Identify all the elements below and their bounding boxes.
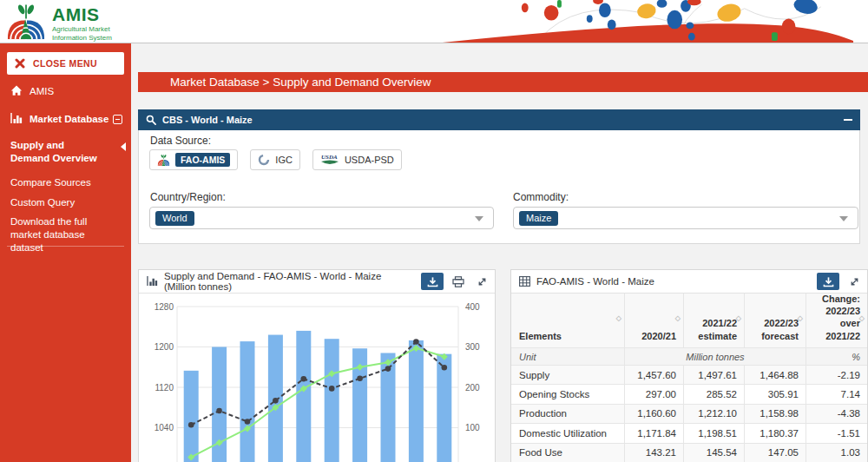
download-icon <box>427 276 438 287</box>
table-row: Opening Stocks 297.00 285.52 305.91 7.14 <box>511 384 867 403</box>
chevron-down-icon <box>475 216 483 221</box>
svg-text:400: 400 <box>465 302 480 312</box>
value-cell: 285.52 <box>683 385 744 403</box>
source-button-usda-psd[interactable]: USDA USDA-PSD <box>312 149 402 170</box>
column-header-change[interactable]: Change: 2022/23 over 2021/22◇ <box>806 294 867 347</box>
value-cell: 1,180.37 <box>744 424 806 442</box>
chart-download-button[interactable] <box>421 273 444 290</box>
commodity-label: Commodity: <box>513 191 569 203</box>
table-expand-button[interactable] <box>845 273 863 290</box>
sidebar-item-market-database[interactable]: Market Database <box>0 113 131 126</box>
element-cell: Production <box>511 405 624 423</box>
svg-text:1040: 1040 <box>155 423 174 432</box>
filter-panel-title: CBS - World - Maize <box>162 115 838 125</box>
amis-logo[interactable]: AMIS Agricultural Market Information Sys… <box>6 2 112 43</box>
table-row: Supply 1,457.60 1,497.61 1,464.88 -2.19 <box>511 365 867 384</box>
column-header-label: 2021/22 estimate <box>698 317 737 342</box>
value-cell: -1.51 <box>806 424 867 442</box>
sidebar-item-download-dataset[interactable]: Download the full market database datase… <box>0 215 131 254</box>
source-button-igc[interactable]: IGC <box>250 149 300 170</box>
table-panel: FAO-AMIS - World - Maize Elements◇ 2 <box>510 269 868 462</box>
value-cell: 145.54 <box>683 444 744 462</box>
bar-chart-icon <box>10 113 23 124</box>
column-header-2020-21[interactable]: 2020/21◇ <box>624 294 683 347</box>
chart-expand-button[interactable] <box>473 273 490 290</box>
column-header-label: 2022/23 forecast <box>761 317 799 342</box>
sort-icon: ◇ <box>675 314 681 323</box>
country-region-select[interactable]: World <box>149 207 494 229</box>
igc-globe-icon <box>258 154 270 166</box>
expand-icon <box>477 276 488 287</box>
table-download-button[interactable] <box>817 273 839 290</box>
source-button-fao-amis[interactable]: FAO-AMIS <box>149 149 238 170</box>
sidebar-item-label: Custom Query <box>10 196 87 209</box>
element-cell: Opening Stocks <box>511 385 624 403</box>
sort-icon: ◇ <box>616 314 621 323</box>
value-cell: 1,160.60 <box>624 405 683 423</box>
supply-demand-table: Elements◇ 2020/21◇ 2021/22 estimate◇ 202… <box>511 294 867 462</box>
commodity-select[interactable]: Maize <box>513 207 858 229</box>
svg-text:1280: 1280 <box>155 302 174 312</box>
value-cell: 143.21 <box>624 444 683 462</box>
table-icon <box>519 276 530 287</box>
table-row: Production 1,160.60 1,212.10 1,158.98 -4… <box>511 404 867 423</box>
filter-panel: CBS - World - Maize Data Source: FAO-AMI… <box>138 109 860 244</box>
close-icon <box>15 58 25 69</box>
banner-decoration <box>417 0 868 43</box>
value-cell: 1,212.10 <box>683 405 744 423</box>
svg-text:USDA: USDA <box>321 154 338 161</box>
sidebar-item-amis[interactable]: AMIS <box>0 85 131 98</box>
download-icon <box>823 276 834 287</box>
data-source-label: Data Source: <box>150 135 211 147</box>
unit-value: Million tonnes <box>624 348 806 365</box>
table-title: FAO-AMIS - World - Maize <box>536 276 811 287</box>
value-cell: 147.05 <box>744 444 806 462</box>
logo-title: AMIS <box>52 4 112 25</box>
column-header-2021-22[interactable]: 2021/22 estimate◇ <box>683 294 744 347</box>
value-cell: -4.38 <box>806 405 867 423</box>
value-cell: 297.00 <box>624 385 683 403</box>
collapse-section-icon[interactable] <box>113 115 122 124</box>
svg-text:300: 300 <box>465 342 480 352</box>
country-region-label: Country/Region: <box>150 191 226 203</box>
chart-panel-header: Supply and Demand - FAO-AMIS - World - M… <box>139 270 495 294</box>
element-cell: Food Use <box>511 444 624 462</box>
logo-subtitle: Agricultural Market Information System <box>52 25 112 43</box>
sidebar-item-custom-query[interactable]: Custom Query <box>0 196 131 209</box>
unit-label: Unit <box>511 348 624 365</box>
column-header-2022-23[interactable]: 2022/23 forecast◇ <box>744 294 806 347</box>
chart-print-button[interactable] <box>450 273 467 290</box>
sidebar: CLOSE MENU AMIS Market Database Supply a… <box>0 43 131 462</box>
column-header-elements[interactable]: Elements◇ <box>511 294 624 347</box>
app-header: AMIS Agricultural Market Information Sys… <box>0 0 868 43</box>
svg-text:1120: 1120 <box>155 383 174 393</box>
table-header-row: Elements◇ 2020/21◇ 2021/22 estimate◇ 202… <box>511 294 867 347</box>
sidebar-section-label: Market Database <box>30 113 121 126</box>
usda-logo-icon: USDA <box>320 153 339 167</box>
expand-icon <box>849 276 860 287</box>
sidebar-item-supply-and-demand-overview[interactable]: Supply and Demand Overview <box>0 139 131 165</box>
column-header-label: 2020/21 <box>641 330 676 342</box>
main-content: Market Database > Supply and Demand Over… <box>131 43 868 462</box>
column-header-label: Elements <box>519 330 562 342</box>
chart-panel: Supply and Demand - FAO-AMIS - World - M… <box>138 269 496 462</box>
collapse-panel-icon[interactable] <box>844 119 852 122</box>
source-button-label: FAO-AMIS <box>175 153 230 167</box>
value-cell: 1,158.98 <box>744 405 806 423</box>
table-panel-header: FAO-AMIS - World - Maize <box>511 270 867 294</box>
svg-text:100: 100 <box>465 423 480 432</box>
bar-chart-icon <box>147 276 158 287</box>
close-menu-button[interactable]: CLOSE MENU <box>7 52 124 75</box>
svg-text:1200: 1200 <box>155 342 174 352</box>
sidebar-item-compare-sources[interactable]: Compare Sources <box>0 176 131 189</box>
element-cell: Supply <box>511 366 624 384</box>
search-icon <box>146 115 156 125</box>
value-cell: -2.19 <box>806 366 867 384</box>
column-header-label: Change: 2022/23 over 2021/22 <box>822 293 860 342</box>
amis-plant-icon <box>6 2 46 42</box>
breadcrumb: Market Database > Supply and Demand Over… <box>138 72 868 92</box>
value-cell: 1,171.84 <box>624 424 683 442</box>
filter-panel-header[interactable]: CBS - World - Maize <box>138 109 860 130</box>
sidebar-item-label: Download the full market database datase… <box>10 215 122 254</box>
chevron-down-icon <box>839 216 848 221</box>
